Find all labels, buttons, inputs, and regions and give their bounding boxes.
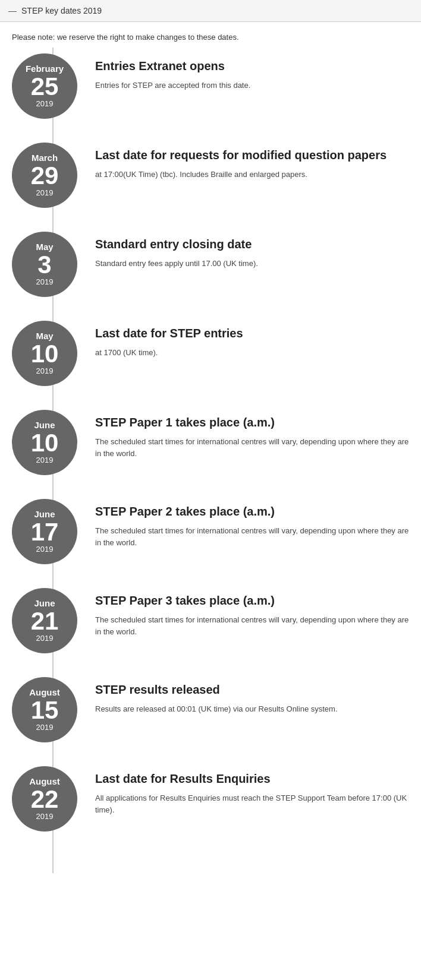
event-title: Last date for requests for modified ques…	[95, 147, 409, 163]
event-year: 2019	[36, 277, 54, 287]
date-circle: June 17 2019	[12, 499, 77, 564]
event-year: 2019	[36, 634, 54, 644]
event-year: 2019	[36, 99, 54, 109]
event-content: STEP Paper 2 takes place (a.m.) The sche…	[77, 499, 409, 548]
event-content: STEP Paper 3 takes place (a.m.) The sche…	[77, 588, 409, 637]
page-header: — STEP key dates 2019	[0, 0, 421, 22]
timeline-item: August 22 2019 Last date for Results Enq…	[12, 766, 409, 832]
event-content: Standard entry closing date Standard ent…	[77, 232, 409, 270]
timeline-item: May 3 2019 Standard entry closing date S…	[12, 232, 409, 297]
event-title: STEP Paper 1 takes place (a.m.)	[95, 415, 409, 430]
event-title: STEP results released	[95, 682, 409, 697]
event-day: 25	[31, 74, 59, 99]
event-description: All applications for Results Enquiries m…	[95, 792, 409, 815]
date-circle: May 10 2019	[12, 321, 77, 386]
date-circle: June 21 2019	[12, 588, 77, 653]
timeline-item: August 15 2019 STEP results released Res…	[12, 677, 409, 742]
event-day: 10	[31, 342, 59, 366]
event-day: 15	[31, 698, 59, 723]
timeline-item: June 10 2019 STEP Paper 1 takes place (a…	[12, 410, 409, 475]
date-circle: March 29 2019	[12, 143, 77, 208]
page-title: STEP key dates 2019	[21, 6, 102, 15]
header-dash: —	[8, 6, 17, 15]
date-circle: May 3 2019	[12, 232, 77, 297]
event-content: Last date for Results Enquiries All appl…	[77, 766, 409, 815]
date-circle: June 10 2019	[12, 410, 77, 475]
event-description: The scheduled start times for internatio…	[95, 525, 409, 548]
notice-text: Please note: we reserve the right to mak…	[0, 22, 421, 48]
timeline-item: June 21 2019 STEP Paper 3 takes place (a…	[12, 588, 409, 653]
event-year: 2019	[36, 545, 54, 555]
event-title: STEP Paper 3 takes place (a.m.)	[95, 593, 409, 608]
event-title: STEP Paper 2 takes place (a.m.)	[95, 504, 409, 519]
event-year: 2019	[36, 188, 54, 198]
timeline-item: March 29 2019 Last date for requests for…	[12, 143, 409, 208]
date-circle: August 15 2019	[12, 677, 77, 742]
event-description: Results are released at 00:01 (UK time) …	[95, 703, 409, 715]
event-content: Last date for requests for modified ques…	[77, 143, 409, 181]
event-description: Standard entry fees apply until 17.00 (U…	[95, 258, 409, 270]
event-day: 17	[31, 520, 59, 545]
event-title: Standard entry closing date	[95, 236, 409, 252]
event-title: Last date for STEP entries	[95, 325, 409, 341]
event-content: Entries Extranet opens Entries for STEP …	[77, 53, 409, 91]
event-day: 21	[31, 609, 59, 634]
event-year: 2019	[36, 366, 54, 377]
timeline-item: May 10 2019 Last date for STEP entries a…	[12, 321, 409, 386]
event-year: 2019	[36, 812, 54, 822]
date-circle: August 22 2019	[12, 766, 77, 832]
event-year: 2019	[36, 723, 54, 733]
event-description: Entries for STEP are accepted from this …	[95, 80, 409, 91]
event-content: STEP Paper 1 takes place (a.m.) The sche…	[77, 410, 409, 459]
event-day: 29	[31, 163, 59, 188]
event-description: at 1700 (UK time).	[95, 347, 409, 359]
timeline: February 25 2019 Entries Extranet opens …	[0, 48, 421, 873]
event-description: The scheduled start times for internatio…	[95, 614, 409, 637]
event-day: 22	[31, 787, 59, 812]
timeline-item: June 17 2019 STEP Paper 2 takes place (a…	[12, 499, 409, 564]
event-title: Entries Extranet opens	[95, 58, 409, 74]
event-description: at 17:00(UK Time) (tbc). Includes Braill…	[95, 169, 409, 181]
event-content: Last date for STEP entries at 1700 (UK t…	[77, 321, 409, 359]
event-content: STEP results released Results are releas…	[77, 677, 409, 715]
date-circle: February 25 2019	[12, 53, 77, 119]
event-day: 3	[37, 252, 51, 277]
event-description: The scheduled start times for internatio…	[95, 436, 409, 459]
event-year: 2019	[36, 456, 54, 466]
timeline-item: February 25 2019 Entries Extranet opens …	[12, 53, 409, 119]
event-day: 10	[31, 431, 59, 456]
event-title: Last date for Results Enquiries	[95, 771, 409, 786]
